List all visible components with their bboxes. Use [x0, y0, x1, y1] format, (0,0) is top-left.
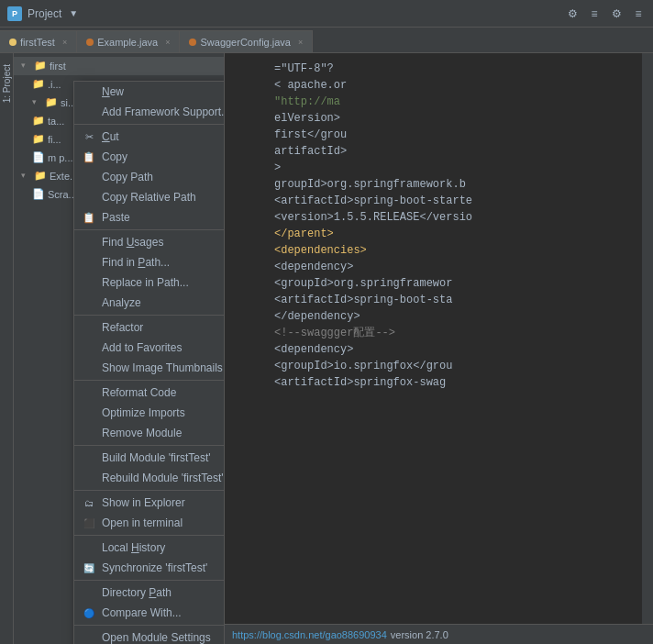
menu-item-local-history[interactable]: Local History ▶	[74, 538, 225, 558]
menu-label-remove-module: Remove Module	[102, 427, 225, 439]
editor-area: ="UTF-8"? < apache.or "http://ma elVersi…	[225, 53, 653, 644]
new-icon	[82, 84, 96, 99]
sep8	[74, 580, 225, 581]
title-bar: P Project ▼ ⚙ ≡ ⚙ ≡	[0, 0, 653, 28]
tab-firsttest[interactable]: firstTest ×	[0, 30, 77, 52]
project-dropdown[interactable]: ▼	[69, 8, 78, 18]
line-number	[236, 61, 263, 77]
terminal-icon: ⬛	[82, 516, 96, 530]
settings-icon[interactable]: ⚙	[565, 6, 580, 21]
menu-label-copy-path: Copy Path	[102, 171, 225, 183]
sep1	[74, 124, 225, 125]
menu-label-reformat: Reformat Code	[102, 386, 225, 399]
line-number	[236, 308, 263, 325]
menu-item-refactor[interactable]: Refactor ▶	[74, 317, 225, 338]
menu-label-synchronize: Synchronize 'firstTest'	[102, 561, 225, 574]
menu-item-show-explorer[interactable]: 🗂 Show in Explorer	[74, 493, 225, 513]
menu-item-remove-module[interactable]: Remove Module Delete	[74, 423, 225, 443]
menu-item-build[interactable]: Build Module 'firstTest'	[74, 448, 225, 468]
menu-item-synchronize[interactable]: 🔄 Synchronize 'firstTest'	[74, 558, 225, 578]
line-number	[236, 325, 263, 341]
menu-item-favorites[interactable]: Add to Favorites ▶	[74, 338, 225, 358]
menu-item-copy-path[interactable]: Copy Path	[74, 167, 225, 187]
editor-line: ="UTF-8"?	[236, 61, 642, 77]
line-number	[236, 242, 263, 259]
line-number	[236, 193, 263, 209]
tab-example[interactable]: Example.java ×	[77, 30, 180, 52]
context-menu: New ▶ V Vue Component Vx Vuex Module 📦 M…	[73, 81, 225, 644]
editor-line: artifactId>	[236, 143, 642, 160]
menu-item-dir-path[interactable]: Directory Path Ctrl+Alt+F12	[74, 583, 225, 603]
line-number	[236, 341, 263, 358]
file-icon-mp: 📄	[32, 151, 45, 164]
tab-swagger[interactable]: SwaggerConfig.java ×	[180, 30, 313, 52]
main-layout: 1: Project ▾ 📁 first 📁 .i... ▾ 📁 si... 📁…	[0, 53, 653, 644]
menu-item-copy-relative[interactable]: Copy Relative Path Ctrl+Alt+Shift+C	[74, 187, 225, 207]
editor-line: < apache.or	[236, 77, 642, 94]
tree-label-first: first	[50, 61, 66, 72]
gear-icon[interactable]: ⚙	[609, 6, 624, 21]
menu-label-open-terminal: Open in terminal	[102, 516, 225, 529]
menu-item-replace-in-path[interactable]: Replace in Path... Ctrl+Shift+R	[74, 272, 225, 293]
sep6	[74, 490, 225, 491]
editor-line: <artifactId>springfox-swag	[236, 374, 642, 391]
menu-item-rebuild[interactable]: Rebuild Module 'firstTest' Ctrl+Shift+F9	[74, 468, 225, 488]
code-text: <dependencies>	[274, 242, 367, 259]
editor-line: <artifactId>spring-boot-starte	[236, 193, 642, 209]
menu-label-find-usages: Find Usages	[102, 236, 225, 249]
sep7	[74, 535, 225, 536]
status-url: https://blog.csdn.net/gao88690934	[232, 629, 387, 640]
editor-line: <dependencies>	[236, 242, 642, 259]
optimize-icon	[82, 405, 96, 420]
menu-item-thumbnails[interactable]: Show Image Thumbnails Ctrl+Shift+T	[74, 358, 225, 378]
menu-item-open-terminal[interactable]: ⬛ Open in terminal	[74, 513, 225, 533]
compare-icon: 🔵	[82, 605, 96, 620]
menu-label-module-settings: Open Module Settings	[102, 631, 225, 644]
menu-item-analyze[interactable]: Analyze ▶	[74, 293, 225, 313]
editor-line: </parent>	[236, 226, 642, 242]
menu-item-optimize[interactable]: Optimize Imports Ctrl+Alt+O	[74, 403, 225, 423]
tab-icon-example	[86, 39, 94, 46]
tab-label-swagger: SwaggerConfig.java	[200, 37, 290, 48]
find-usages-icon	[82, 235, 96, 250]
menu-item-cut[interactable]: ✂ Cut Ctrl+X	[74, 127, 225, 147]
menu-item-new[interactable]: New ▶ V Vue Component Vx Vuex Module 📦 M…	[74, 82, 225, 102]
menu-icon[interactable]: ≡	[631, 6, 646, 21]
cut-icon: ✂	[82, 129, 96, 144]
code-text: elVersion>	[274, 110, 340, 127]
dir-path-icon	[82, 585, 96, 600]
remove-module-icon	[82, 426, 96, 440]
menu-item-copy[interactable]: 📋 Copy Ctrl+C	[74, 147, 225, 167]
tree-item-first[interactable]: ▾ 📁 first	[14, 57, 224, 75]
line-number	[236, 94, 263, 110]
menu-item-framework[interactable]: Add Framework Support...	[74, 102, 225, 122]
reformat-icon	[82, 385, 96, 400]
code-text: ="UTF-8"?	[274, 61, 334, 77]
menu-label-thumbnails: Show Image Thumbnails	[102, 361, 225, 374]
menu-item-compare[interactable]: 🔵 Compare With... Ctrl+D	[74, 603, 225, 623]
pin-icon[interactable]: ≡	[587, 6, 602, 21]
tab-close-firsttest[interactable]: ×	[62, 38, 67, 47]
menu-item-find-in-path[interactable]: Find in Path... Ctrl+Shift+F	[74, 252, 225, 272]
menu-label-find-in-path: Find in Path...	[102, 256, 225, 269]
tree-label-mp: m p...	[48, 152, 73, 163]
menu-item-paste[interactable]: 📋 Paste Ctrl+V	[74, 207, 225, 228]
code-text: groupId>org.springframework.b	[274, 176, 466, 193]
copy-icon: 📋	[82, 150, 96, 164]
menu-item-reformat[interactable]: Reformat Code Ctrl+Alt+L	[74, 383, 225, 403]
line-number	[236, 209, 263, 226]
menu-item-module-settings[interactable]: Open Module Settings F4	[74, 627, 225, 644]
menu-label-framework: Add Framework Support...	[102, 105, 225, 118]
code-text: <!--swaggger配置-->	[274, 325, 395, 341]
explorer-icon: 🗂	[82, 495, 96, 510]
line-number	[236, 110, 263, 127]
sep3	[74, 315, 225, 316]
analyze-icon	[82, 295, 96, 310]
tab-close-swagger[interactable]: ×	[298, 38, 303, 47]
tab-close-example[interactable]: ×	[165, 38, 170, 47]
menu-item-find-usages[interactable]: Find Usages Alt+F7	[74, 232, 225, 252]
favorites-icon	[82, 340, 96, 355]
code-text: first</grou	[274, 127, 347, 143]
folder-icon-first: 📁	[34, 60, 47, 72]
find-in-path-icon	[82, 255, 96, 270]
